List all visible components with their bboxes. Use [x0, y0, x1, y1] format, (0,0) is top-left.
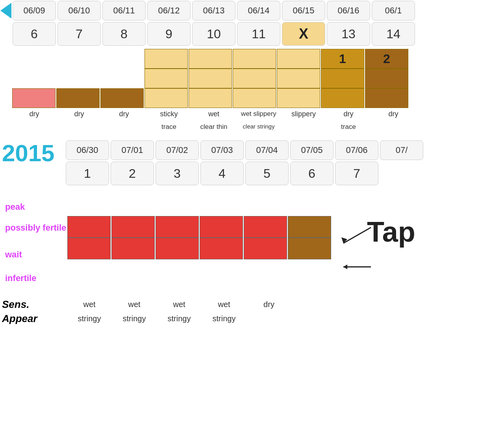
chart-r3-c3[interactable]	[145, 88, 188, 108]
chart-r1-c4[interactable]	[189, 49, 232, 69]
chart-r2-c6[interactable]	[277, 69, 320, 88]
sens-val-4: dry	[247, 300, 291, 309]
label-8: dry	[372, 110, 415, 118]
red-r1-c0[interactable]	[67, 216, 111, 238]
day-num-7[interactable]: 13	[327, 22, 370, 46]
chart-r3-c4[interactable]	[189, 88, 232, 108]
red-r2-c2[interactable]	[156, 238, 199, 259]
y-day-5[interactable]: 6	[290, 162, 334, 185]
y-day-4[interactable]: 5	[245, 162, 289, 185]
red-r1-c2[interactable]	[156, 216, 199, 238]
red-r1-c4[interactable]	[244, 216, 287, 238]
red-r2-c4[interactable]	[244, 238, 287, 259]
chart-r1-c3[interactable]	[145, 49, 188, 69]
chart-row-3	[0, 88, 504, 108]
chart-r2-c1	[56, 69, 100, 88]
red-r1-c1[interactable]	[111, 216, 155, 238]
y-day-3[interactable]: 4	[200, 162, 244, 185]
sublabel-0	[13, 123, 56, 131]
label-row: dry dry dry sticky wet wet slippery slip…	[0, 109, 504, 119]
svg-marker-4	[343, 264, 347, 269]
day-num-8[interactable]: 14	[372, 22, 415, 46]
red-r2-c1[interactable]	[111, 238, 155, 259]
y-date-2[interactable]: 07/02	[156, 140, 199, 160]
y-day-2[interactable]: 3	[156, 162, 199, 185]
chart-r2-c3[interactable]	[145, 69, 188, 88]
chart-r1-c8[interactable]: 2	[365, 49, 408, 69]
red-r1-c3[interactable]	[200, 216, 243, 238]
chart-section: 1 2	[0, 48, 504, 108]
x-marker: X	[299, 26, 308, 42]
y-date-0[interactable]: 06/30	[66, 140, 109, 160]
y-date-6[interactable]: 07/06	[335, 140, 378, 160]
chart-r3-c1[interactable]	[56, 88, 100, 108]
chart-r2-c8[interactable]	[365, 69, 408, 88]
date-cell-4[interactable]: 06/13	[192, 1, 235, 20]
chart-r3-c0[interactable]	[12, 88, 56, 108]
y-day-1[interactable]: 2	[111, 162, 154, 185]
y-day-0[interactable]: 1	[66, 162, 109, 185]
chart-r3-c8[interactable]	[365, 88, 408, 108]
chart-r3-c2[interactable]	[100, 88, 144, 108]
chart-r1-c6[interactable]	[277, 49, 320, 69]
year-daynum-row: 1 2 3 4 5 6 7	[65, 161, 424, 186]
date-cell-5[interactable]: 06/14	[237, 1, 280, 20]
chart-row-1: 1 2	[0, 48, 504, 68]
day-num-3[interactable]: 9	[147, 22, 191, 46]
chart-r1-c5[interactable]	[233, 49, 276, 69]
sublabel-2	[102, 123, 146, 131]
legend-red-section: peak possibly fertile wait infertile	[0, 192, 504, 294]
year-label: 2015	[0, 140, 61, 167]
sens-val-1: wet	[113, 300, 156, 309]
day-num-4[interactable]: 10	[192, 22, 235, 46]
y-date-1[interactable]: 07/01	[111, 140, 154, 160]
date-cell-6[interactable]: 06/15	[282, 1, 325, 20]
red-chart	[67, 216, 332, 294]
y-date-5[interactable]: 07/05	[290, 140, 334, 160]
sublabel-5: clear stringy	[237, 123, 280, 131]
tap-label[interactable]: Tap	[367, 216, 415, 248]
label-6: slippery	[282, 110, 325, 118]
red-row-2	[67, 237, 332, 259]
date-cell-8[interactable]: 06/1	[372, 1, 415, 20]
year-section: 2015 06/30 07/01 07/02 07/03 07/04 07/05…	[0, 140, 504, 186]
label-1: dry	[57, 110, 101, 118]
y-date-3[interactable]: 07/03	[200, 140, 244, 160]
top-date-row: 06/09 06/10 06/11 06/12 06/13 06/14 06/1…	[0, 0, 504, 21]
y-day-6[interactable]: 7	[335, 162, 378, 185]
red-r2-c0[interactable]	[67, 238, 111, 259]
date-cell-7[interactable]: 06/16	[327, 1, 370, 20]
date-cell-2[interactable]: 06/11	[102, 1, 146, 20]
legend-possibly-row: possibly fertile	[2, 220, 67, 236]
day-num-5[interactable]: 11	[237, 22, 280, 46]
annotation-area: Tap	[339, 216, 458, 294]
chart-r3-c6[interactable]	[277, 88, 320, 108]
red-r1-c5[interactable]	[288, 216, 331, 238]
legend-wait-label: wait	[2, 250, 65, 260]
day-num-6[interactable]: X	[282, 22, 325, 46]
chart-r2-c5[interactable]	[233, 69, 276, 88]
year-date-row: 06/30 07/01 07/02 07/03 07/04 07/05 07/0…	[65, 140, 424, 161]
red-r2-c3[interactable]	[200, 238, 243, 259]
red-row-1	[67, 216, 332, 237]
legend-peak-row: peak	[2, 199, 67, 215]
y-date-4[interactable]: 07/04	[245, 140, 289, 160]
appear-val-3: stringy	[202, 314, 246, 323]
day-num-0[interactable]: 6	[13, 22, 56, 46]
nav-arrow-icon[interactable]	[0, 3, 11, 19]
y-date-7[interactable]: 07/	[380, 140, 423, 160]
chart-r2-c7[interactable]	[321, 69, 364, 88]
date-cell-3[interactable]: 06/12	[147, 1, 191, 20]
day-num-1[interactable]: 7	[57, 22, 101, 46]
red-r2-c5[interactable]	[288, 238, 331, 259]
date-cell-1[interactable]: 06/10	[57, 1, 101, 20]
date-cell-0[interactable]: 06/09	[13, 1, 56, 20]
appear-row: Appear stringy stringy stringy stringy	[0, 313, 504, 325]
chart-r3-c5[interactable]	[233, 88, 276, 108]
chart-r1-c2	[100, 49, 144, 69]
chart-r1-c7[interactable]: 1	[321, 49, 364, 69]
day-num-2[interactable]: 8	[102, 22, 146, 46]
chart-r2-c4[interactable]	[189, 69, 232, 88]
chart-r1-c0	[12, 49, 56, 69]
chart-r3-c7[interactable]	[321, 88, 364, 108]
